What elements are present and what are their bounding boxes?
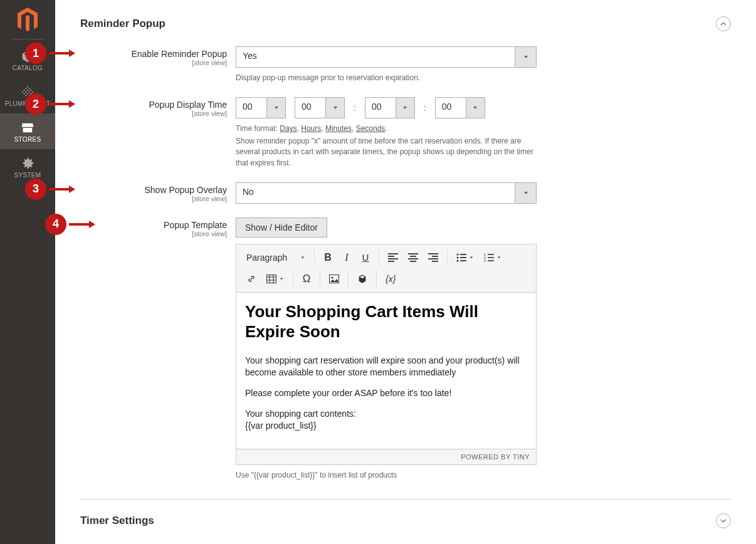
section-title: Reminder Popup	[80, 18, 165, 30]
caret-down-icon	[515, 47, 536, 67]
svg-point-49	[332, 276, 333, 278]
sidebar-divider	[10, 39, 45, 39]
svg-point-1	[25, 88, 26, 89]
enable-label: Enable Reminder Popup	[131, 49, 227, 59]
bold-button[interactable]: B	[318, 248, 337, 267]
display-time-format: Time format: Days, Hours, Minutes, Secon…	[236, 123, 537, 134]
enable-help: Display pop-up message prior to reservat…	[236, 73, 537, 83]
svg-point-3	[23, 90, 24, 91]
widget-button[interactable]	[352, 269, 372, 288]
svg-point-9	[32, 92, 33, 93]
svg-point-31	[457, 253, 459, 255]
svg-point-5	[30, 90, 31, 91]
italic-button[interactable]: I	[337, 248, 356, 267]
caret-down-icon	[515, 183, 536, 203]
sidebar-label: STORES	[0, 136, 55, 143]
arrow-right-icon	[69, 219, 95, 229]
editor-paragraph: Your shopping cart reservation will expi…	[245, 355, 527, 379]
caret-down-icon	[325, 98, 344, 118]
link-button[interactable]	[241, 269, 261, 288]
arrow-right-icon	[49, 184, 75, 194]
expand-button[interactable]	[716, 513, 731, 528]
svg-point-2	[29, 88, 30, 89]
scope-label: [store view]	[80, 110, 227, 117]
editor-footer: POWERED BY TINY	[236, 449, 536, 464]
minutes-select[interactable]: 00	[365, 97, 415, 118]
align-center-button[interactable]	[403, 248, 423, 267]
enable-select[interactable]: Yes	[236, 46, 537, 68]
sidebar-label: CATALOG	[0, 65, 55, 71]
format-select[interactable]: Paragraph	[241, 250, 310, 265]
magento-logo[interactable]	[15, 8, 40, 33]
editor-toolbar: Paragraph B I U 123	[236, 244, 536, 293]
underline-button[interactable]: U	[356, 248, 375, 267]
chevron-down-icon	[720, 518, 727, 524]
time-separator: :	[424, 103, 426, 113]
scope-label: [store view]	[80, 195, 227, 202]
number-list-button[interactable]: 123	[479, 248, 507, 267]
timer-section-title: Timer Settings	[80, 515, 154, 527]
svg-point-4	[27, 90, 28, 91]
svg-point-0	[27, 86, 28, 88]
overlay-label: Show Popup Overlay	[144, 185, 227, 195]
editor-heading: Your Shopping Cart Items Will Expire Soo…	[245, 301, 527, 342]
arrow-right-icon	[49, 99, 75, 109]
collapse-button[interactable]	[716, 16, 731, 31]
caret-down-icon	[266, 98, 285, 118]
svg-point-7	[25, 92, 26, 93]
svg-point-6	[22, 92, 23, 93]
table-button[interactable]	[261, 269, 289, 288]
annotation-4: 4	[45, 214, 95, 235]
image-button[interactable]	[324, 269, 344, 288]
display-time-help: Show reminder popup "x" amount of time b…	[236, 136, 537, 169]
chevron-up-icon	[720, 21, 727, 27]
editor-paragraph: Please complete your order ASAP before i…	[245, 387, 527, 399]
annotation-3: 3	[25, 179, 75, 200]
arrow-right-icon	[49, 48, 75, 58]
seconds-select[interactable]: 00	[435, 97, 485, 118]
editor-paragraph: Your shopping cart contents:{{var produc…	[245, 408, 527, 432]
annotation-2: 2	[25, 93, 75, 115]
template-label: Popup Template	[164, 220, 227, 230]
editor-content[interactable]: Your Shopping Cart Items Will Expire Soo…	[236, 293, 536, 449]
overlay-select[interactable]: No	[236, 182, 537, 204]
template-help: Use "{{var product_list}}" to insert lis…	[236, 470, 537, 481]
toggle-editor-button[interactable]: Show / Hide Editor	[236, 217, 327, 238]
svg-point-8	[29, 92, 30, 93]
caret-down-icon	[300, 255, 305, 260]
caret-down-icon	[279, 276, 284, 281]
annotation-1: 1	[25, 43, 75, 64]
svg-point-32	[457, 256, 459, 258]
caret-down-icon	[469, 255, 474, 260]
hours-select[interactable]: 00	[295, 97, 345, 118]
scope-label: [store view]	[80, 230, 227, 238]
wysiwyg-editor: Paragraph B I U 123	[236, 244, 537, 465]
align-left-button[interactable]	[383, 248, 403, 267]
special-char-button[interactable]: Ω	[297, 269, 316, 288]
caret-down-icon	[466, 98, 485, 118]
align-right-button[interactable]	[423, 248, 443, 267]
caret-down-icon	[396, 98, 414, 118]
svg-point-33	[457, 259, 459, 261]
svg-text:3: 3	[484, 259, 486, 262]
days-select[interactable]: 00	[236, 97, 286, 118]
scope-label: [store view]	[80, 59, 227, 66]
svg-rect-43	[267, 275, 276, 283]
sidebar-label: SYSTEM	[0, 172, 55, 179]
store-icon	[0, 121, 55, 135]
bullet-list-button[interactable]	[451, 248, 479, 267]
gear-icon	[0, 157, 55, 170]
caret-down-icon	[496, 255, 501, 260]
variable-button[interactable]: {x}	[381, 269, 401, 288]
sidebar-item-stores[interactable]: STORES	[0, 113, 55, 149]
display-time-label: Popup Display Time	[149, 100, 227, 110]
time-separator: :	[354, 103, 356, 113]
